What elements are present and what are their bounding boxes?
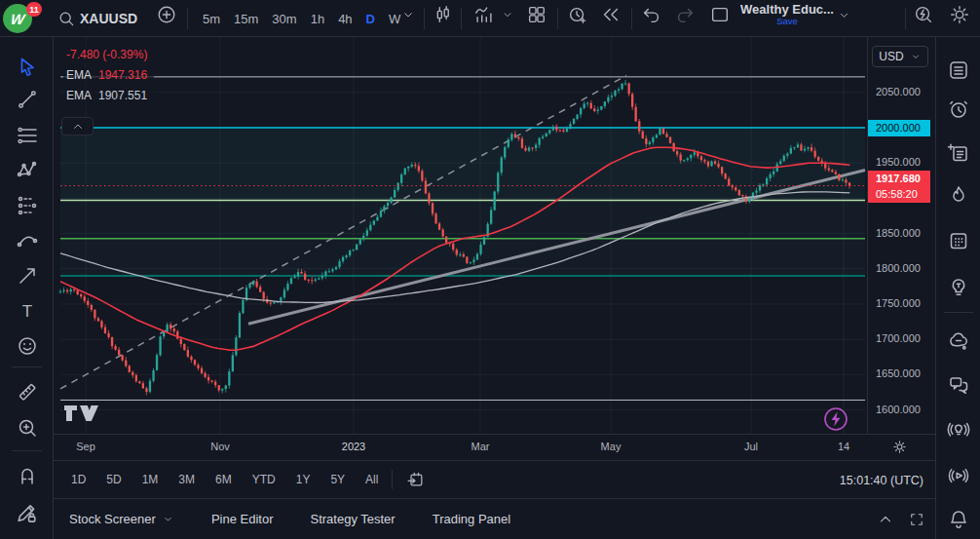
toolbar-divider [12, 450, 42, 451]
top-toolbar: W 11 XAUUSD 5m15m30m1h4hDW [0, 0, 980, 37]
panel-expand-button[interactable] [877, 511, 894, 528]
layout-name: Wealthy Educ... [740, 3, 834, 16]
undo-button[interactable] [637, 0, 666, 29]
layout-name-button[interactable]: Wealthy Educ... Save [740, 0, 834, 29]
indicator-legend-row[interactable]: EMA1947.316 [63, 66, 154, 84]
indicators-menu-button[interactable] [499, 0, 516, 29]
trend-line-icon [16, 88, 39, 111]
compare-add-button[interactable] [152, 0, 181, 29]
alarm-clock-icon [947, 97, 970, 121]
go-to-date-icon [406, 470, 426, 489]
fullscreen-button[interactable] [908, 511, 925, 528]
timeframe-5m[interactable]: 5m [198, 9, 225, 29]
bottom-bar-right [877, 511, 925, 528]
broker-logo[interactable]: W 11 [3, 0, 36, 37]
ideas-button[interactable] [946, 274, 971, 299]
timeframe-1h[interactable]: 1h [306, 9, 329, 29]
last-price-label: 1917.680 05:58:20 [868, 171, 930, 203]
tradingview-watermark[interactable] [63, 403, 102, 424]
price-scale[interactable]: USD 2050.0002000.0001950.0001850.0001800… [867, 37, 935, 434]
redo-button[interactable] [670, 0, 699, 29]
live-streams-button[interactable] [946, 463, 971, 488]
alert-clock-icon [567, 4, 588, 25]
settings-button[interactable] [945, 0, 974, 29]
range-1m[interactable]: 1M [136, 469, 165, 490]
clock-utc[interactable]: 15:01:40 (UTC) [840, 461, 923, 499]
tool-curve[interactable] [14, 227, 40, 253]
tool-text[interactable]: T [14, 297, 40, 324]
private-chat-button[interactable] [946, 372, 971, 398]
chart-legend: -7.480 (-0.39%) EMA1947.316 EMA1907.551 [63, 46, 154, 107]
range-all[interactable]: All [359, 469, 384, 490]
indicator-legend-row[interactable]: EMA1907.551 [63, 87, 154, 104]
range-3m[interactable]: 3M [172, 469, 201, 490]
timeframe-15m[interactable]: 15m [229, 9, 263, 29]
time-tick: Mar [471, 441, 490, 452]
tool-xabcd-pattern[interactable] [14, 157, 40, 183]
select-layout-button[interactable] [705, 0, 735, 29]
range-6m[interactable]: 6M [209, 469, 238, 490]
bar-replay-button[interactable] [596, 0, 625, 29]
ideas-stream-button[interactable] [946, 417, 971, 443]
magnet-icon [16, 464, 39, 487]
chat-button[interactable] [946, 329, 971, 355]
logo-glyph: W [10, 11, 26, 27]
redo-arrow-icon [674, 4, 696, 25]
chart-pane[interactable]: -7.480 (-0.39%) EMA1947.316 EMA1907.551 … [54, 37, 935, 434]
time-axis[interactable]: SepNov2023MarMayJul14 [54, 434, 935, 460]
flash-action-badge[interactable] [823, 406, 848, 432]
indicator-value: 1907.551 [98, 89, 147, 102]
axis-settings-button[interactable] [891, 439, 908, 455]
price-tick: 1650.000 [876, 367, 921, 379]
pencil-lock-icon [15, 501, 39, 525]
timeframe-menu-button[interactable] [396, 0, 420, 29]
tool-trend-line[interactable] [14, 86, 40, 112]
quick-search-button[interactable] [910, 0, 937, 29]
tool-emoji[interactable] [14, 332, 40, 359]
notifications-button[interactable] [946, 507, 971, 532]
bottom-tab-stock-screener[interactable]: Stock Screener [69, 512, 174, 526]
range-ytd[interactable]: YTD [246, 469, 282, 490]
go-to-date-button[interactable] [400, 466, 432, 493]
create-alert-button[interactable] [563, 0, 592, 29]
range-1d[interactable]: 1D [65, 469, 92, 490]
range-5y[interactable]: 5Y [324, 469, 351, 490]
xabcd-pattern-icon [16, 159, 39, 182]
calendar-button[interactable] [946, 228, 971, 253]
bottom-tab-strategy-tester[interactable]: Strategy Tester [310, 512, 395, 526]
bulb-waves-icon [947, 418, 970, 442]
tool-fib-retracement[interactable] [14, 122, 40, 148]
tool-measure[interactable] [14, 378, 40, 404]
tool-zoom-in[interactable] [14, 414, 40, 441]
notes-button[interactable] [946, 140, 971, 166]
watchlist-button[interactable] [946, 58, 971, 83]
candlestick-chart[interactable] [54, 37, 867, 434]
symbol-search-button[interactable]: XAUUSD [57, 0, 137, 37]
tool-drawing-lock[interactable] [14, 500, 40, 526]
tool-magnet[interactable] [14, 462, 40, 488]
bottom-tab-label: Trading Panel [433, 512, 510, 526]
multichart-layout-button[interactable] [522, 0, 551, 29]
timeframe-4h[interactable]: 4h [333, 9, 357, 29]
range-1y[interactable]: 1Y [290, 469, 317, 490]
range-5d[interactable]: 5D [100, 469, 127, 490]
save-label[interactable]: Save [776, 17, 798, 26]
layout-menu-button[interactable] [834, 0, 853, 29]
legend-collapse-button[interactable] [61, 117, 94, 135]
indicators-button[interactable] [470, 0, 499, 29]
bottom-tab-pine-editor[interactable]: Pine Editor [211, 512, 274, 526]
hotlists-button[interactable] [946, 182, 971, 208]
chevron-down-icon [910, 51, 922, 62]
chart-style-button[interactable] [429, 0, 458, 29]
tool-forecast[interactable] [14, 192, 40, 218]
svg-text:T: T [21, 301, 31, 320]
timeframe-30m[interactable]: 30m [267, 9, 301, 29]
currency-selector[interactable]: USD [872, 46, 928, 67]
alerts-button[interactable] [946, 96, 971, 122]
tool-cursor[interactable] [14, 54, 40, 80]
arrow-icon [16, 264, 39, 288]
tool-arrow[interactable] [14, 262, 40, 289]
timeframe-D[interactable]: D [361, 9, 380, 29]
bottom-panel-bar: Stock ScreenerPine EditorStrategy Tester… [54, 498, 935, 539]
bottom-tab-trading-panel[interactable]: Trading Panel [433, 512, 510, 526]
